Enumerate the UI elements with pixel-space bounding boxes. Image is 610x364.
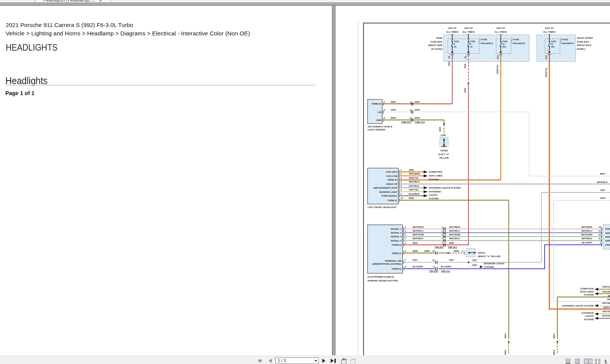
svg-text:FUSE: FUSE <box>513 38 519 41</box>
svg-text:HOLDER K: HOLDER K <box>562 42 574 45</box>
svg-text:BRN: BRN <box>391 116 396 119</box>
svg-text:WHT: WHT <box>600 197 606 199</box>
svg-text:6: 6 <box>405 250 406 252</box>
svg-text:32: 32 <box>599 234 601 236</box>
svg-text:WHT/GRN: WHT/GRN <box>449 233 461 236</box>
svg-text:BRN: BRN <box>415 116 420 119</box>
svg-text:EXTERIOR LIGHTS SYSTEM: EXTERIOR LIGHTS SYSTEM <box>562 304 594 307</box>
svg-text:SIDE MARKER LIGHT: SIDE MARKER LIGHT <box>373 186 397 189</box>
svg-text:RED/YEL: RED/YEL <box>604 306 610 308</box>
svg-text:THM-1A1: THM-1A1 <box>415 121 425 123</box>
svg-text:TERM 31: TERM 31 <box>392 252 402 254</box>
svg-text:MARKER LIGHT: MARKER LIGHT <box>380 191 398 193</box>
svg-text:AIR HUMIDITY RAIN &: AIR HUMIDITY RAIN & <box>368 125 393 128</box>
svg-text:5A: 5A <box>454 46 457 48</box>
svg-text:1: 1 <box>405 226 406 228</box>
svg-text:WHT/RED: WHT/RED <box>449 226 460 228</box>
svg-text:SIGNAL 1: SIGNAL 1 <box>391 227 402 230</box>
svg-text:EXTERIOR: EXTERIOR <box>581 312 594 314</box>
svg-text:WHT/RED: WHT/RED <box>581 226 593 228</box>
svg-text:15: 15 <box>599 230 601 232</box>
svg-text:TERM 31: TERM 31 <box>392 267 402 270</box>
svg-text:C: C <box>441 134 443 137</box>
svg-text:COMPUTER: COMPUTER <box>580 287 594 290</box>
svg-text:6: 6 <box>434 265 435 268</box>
svg-text:SIGNAL 3: SIGNAL 3 <box>391 235 402 238</box>
svg-text:5: 5 <box>405 242 406 244</box>
svg-text:12A: 12A <box>496 55 499 59</box>
svg-text:SYSTEM: SYSTEM <box>484 265 494 268</box>
svg-text:RED: RED <box>413 242 418 244</box>
svg-text:TIM-1A1: TIM-1A1 <box>441 270 451 272</box>
svg-text:FUSE BOX: FUSE BOX <box>430 40 443 43</box>
svg-text:RIGHT FRONT: RIGHT FRONT <box>577 37 593 39</box>
svg-text:TERM 30: TERM 30 <box>388 178 398 181</box>
svg-text:GRY/YEL: GRY/YEL <box>602 310 610 313</box>
svg-text:GRY: GRY <box>472 264 478 266</box>
svg-text:RED: RED <box>448 61 450 66</box>
svg-text:9: 9 <box>400 177 402 179</box>
svg-text:SYSTEM: SYSTEM <box>429 197 438 200</box>
svg-text:GRY: GRY <box>472 259 478 261</box>
svg-text:GRY: GRY <box>600 189 606 191</box>
svg-text:WHT: WHT <box>600 172 605 175</box>
svg-text:BRN: BRN <box>409 197 414 199</box>
svg-text:ORG: ORG <box>409 168 414 171</box>
svg-text:SYSTEM: SYSTEM <box>584 293 594 296</box>
svg-text:31: 31 <box>599 237 601 240</box>
svg-text:2: 2 <box>442 230 443 232</box>
svg-text:6: 6 <box>400 185 402 187</box>
svg-text:SWIT: SWIT <box>605 227 610 230</box>
svg-text:PILLAR): PILLAR) <box>439 156 448 159</box>
svg-text:LIGHTS: LIGHTS <box>585 315 594 317</box>
svg-text:GP751: GP751 <box>478 251 486 254</box>
svg-text:(RIGHT SIDE: (RIGHT SIDE <box>428 44 442 46</box>
svg-text:WHT/BLK: WHT/BLK <box>581 237 593 240</box>
svg-text:WHT/BLK: WHT/BLK <box>449 237 460 240</box>
svg-text:BRN: BRN <box>553 334 555 339</box>
svg-text:BLU/GRY: BLU/GRY <box>582 241 593 244</box>
svg-text:HOT AT: HOT AT <box>448 27 457 29</box>
svg-text:FUSE: FUSE <box>562 38 568 41</box>
svg-text:GRY: GRY <box>449 259 454 261</box>
svg-text:5: 5 <box>442 242 443 244</box>
svg-text:ORG/BRN: ORG/BRN <box>602 290 610 293</box>
svg-text:7: 7 <box>405 259 406 261</box>
svg-text:BRN: BRN <box>504 334 507 339</box>
svg-text:SWIT: SWIT <box>605 232 610 234</box>
svg-text:WHT/RED: WHT/RED <box>413 226 424 228</box>
svg-text:12: 12 <box>502 43 505 45</box>
svg-text:5: 5 <box>400 193 402 195</box>
svg-text:(ORIENTATION LIGHTING): (ORIENTATION LIGHTING) <box>372 262 402 265</box>
svg-text:1: 1 <box>604 359 607 364</box>
svg-text:ORG/GRN: ORG/GRN <box>602 285 610 288</box>
svg-text:WHT/BLK: WHT/BLK <box>413 237 424 240</box>
svg-text:SIGNAL 4: SIGNAL 4 <box>391 239 402 242</box>
svg-text:CAN LOW: CAN LOW <box>386 175 397 177</box>
svg-text:EXTERIOR: EXTERIOR <box>429 190 441 193</box>
svg-text:TERMINAL 58S: TERMINAL 58S <box>384 259 402 262</box>
svg-text:BRN: BRN <box>608 294 610 297</box>
svg-text:HOT AT: HOT AT <box>464 27 473 29</box>
svg-text:TIM-2E1: TIM-2E1 <box>435 246 444 248</box>
svg-text:TIM-2A1: TIM-2A1 <box>429 270 438 272</box>
svg-text:RED/YEL: RED/YEL <box>545 67 547 77</box>
svg-text:PARK: PARK <box>605 243 610 246</box>
svg-text:2: 2 <box>384 117 385 119</box>
svg-text:RED: RED <box>415 100 420 103</box>
svg-text:WHT/BLU: WHT/BLU <box>581 229 593 232</box>
svg-text:COMPUTER: COMPUTER <box>429 170 443 173</box>
svg-text:RED: RED <box>391 100 396 103</box>
svg-text:RED: RED <box>464 64 466 68</box>
svg-text:9: 9 <box>470 43 471 45</box>
svg-text:1 / 2: 1 / 2 <box>278 358 286 363</box>
svg-text:LIN: LIN <box>378 111 381 113</box>
svg-text:1: 1 <box>400 169 402 171</box>
svg-text:EXTERIOR LIGHTS SYSTEM: EXTERIOR LIGHTS SYSTEM <box>429 186 461 189</box>
svg-text:GND: GND <box>376 119 381 121</box>
svg-text:12: 12 <box>432 259 435 261</box>
svg-text:WHT/GRN: WHT/GRN <box>413 233 424 236</box>
svg-text:BLK/GRY: BLK/GRY <box>602 314 610 317</box>
svg-text:ALL TIMES: ALL TIMES <box>543 30 556 33</box>
svg-text:SWIT: SWIT <box>605 235 610 238</box>
